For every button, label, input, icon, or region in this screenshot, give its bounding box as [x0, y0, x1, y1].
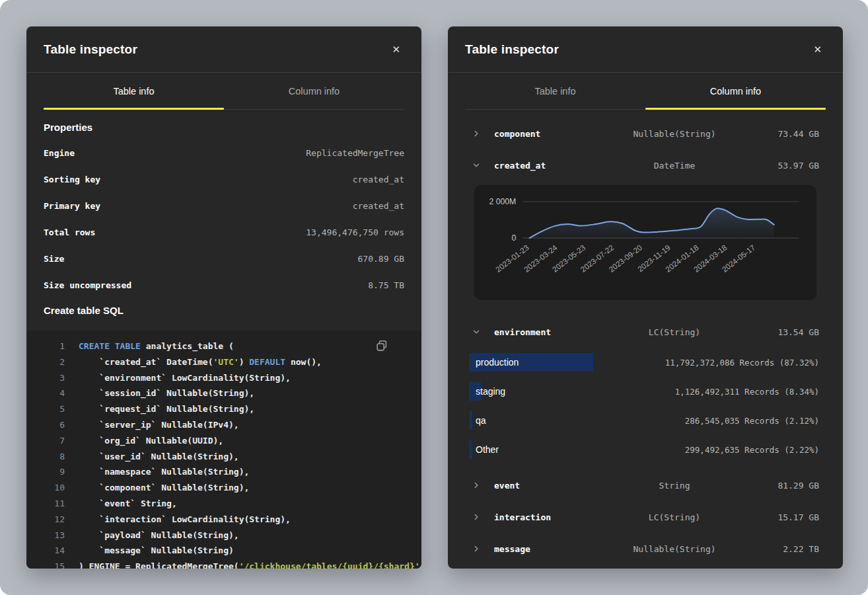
dist-value-label: qa: [469, 415, 486, 426]
column-type: Nullable(String): [598, 129, 750, 139]
column-size: 73.44 GB: [750, 129, 819, 139]
sql-line: 1CREATE TABLE analytics_table (: [26, 338, 421, 354]
dist-records: 11,792,372,086 Records (87.32%): [665, 358, 819, 368]
create-table-sql-heading: Create table SQL: [44, 305, 404, 316]
dist-records: 286,545,035 Records (2.12%): [685, 416, 819, 426]
sql-line-code: `component` Nullable(String),: [79, 480, 249, 496]
sql-line-code: CREATE TABLE analytics_table (: [79, 338, 234, 354]
chevron-right-icon[interactable]: [472, 129, 481, 138]
sql-token: `request_id` Nullable(String),: [79, 404, 254, 414]
column-type: LC(String): [598, 327, 750, 337]
sql-line: 4 `session_id` Nullable(String),: [26, 385, 421, 401]
property-row-sorting-key: Sorting key created_at: [44, 166, 404, 192]
sql-line: 15) ENGINE = ReplicatedMergeTree('/click…: [26, 559, 421, 569]
property-label: Engine: [44, 148, 75, 158]
sql-line-code: `namespace` Nullable(String),: [79, 464, 249, 480]
dist-row-production: production 11,792,372,086 Records (87.32…: [469, 348, 819, 377]
sql-token: now(),: [285, 357, 322, 367]
dist-records: 299,492,635 Records (2.22%): [685, 445, 819, 455]
sql-line-number: 5: [26, 401, 65, 417]
property-value: created_at: [353, 175, 404, 184]
table-inspector-dialog-table-info: Table inspector ✕ Table info Column info…: [26, 26, 421, 569]
sql-line-code: `created_at` DateTime('UTC') DEFAULT now…: [79, 354, 322, 370]
sql-line-number: 9: [26, 464, 65, 480]
sql-line-code: `request_id` Nullable(String),: [79, 401, 254, 417]
column-info-body: component Nullable(String) 73.44 GB crea…: [448, 110, 843, 569]
property-value: 13,496,476,750 rows: [306, 227, 404, 237]
column-row-interaction[interactable]: interaction LC(String) 15.17 GB: [472, 501, 819, 533]
close-button[interactable]: ✕: [389, 42, 403, 57]
column-name: environment: [494, 327, 598, 337]
sql-token: `session_id` Nullable(String),: [79, 388, 254, 398]
property-value: 670.89 GB: [358, 254, 404, 264]
chevron-down-icon[interactable]: [472, 327, 481, 337]
created-at-distribution-chart: 2 000M 0 2023-01-23 2023-03-24 2023-05-2…: [474, 185, 816, 300]
properties-heading: Properties: [44, 122, 404, 133]
sql-line-number: 7: [26, 433, 65, 449]
column-row-message[interactable]: message Nullable(String) 2.22 TB: [472, 533, 819, 565]
column-size: 15.17 GB: [750, 512, 819, 522]
close-button[interactable]: ✕: [811, 42, 824, 57]
sql-line-number: 2: [26, 354, 65, 370]
sql-line-number: 4: [26, 385, 65, 401]
sql-token: `namespace` Nullable(String),: [79, 467, 249, 477]
chevron-right-icon[interactable]: [472, 512, 481, 522]
chevron-right-icon[interactable]: [472, 544, 481, 553]
chevron-down-icon[interactable]: [472, 161, 481, 170]
copy-sql-button[interactable]: [374, 338, 390, 354]
table-inspector-dialog-column-info: Table inspector ✕ Table info Column info…: [448, 26, 843, 569]
tab-bar: Table info Column info: [465, 73, 826, 110]
column-name: component: [494, 129, 598, 139]
sql-line: 2 `created_at` DateTime('UTC') DEFAULT n…: [26, 354, 421, 370]
property-label: Size uncompressed: [44, 280, 131, 290]
sql-line-code: `event` String,: [79, 496, 177, 512]
column-row-event[interactable]: event String 81.29 GB: [472, 469, 819, 501]
column-row-environment[interactable]: environment LC(String) 13.54 GB: [472, 316, 819, 348]
column-name: event: [494, 481, 598, 491]
tab-column-info[interactable]: Column info: [645, 73, 826, 109]
sql-line-code: `interaction` LowCardinality(String),: [79, 512, 291, 528]
sql-line-code: `session_id` Nullable(String),: [79, 385, 254, 401]
tab-column-info[interactable]: Column info: [224, 73, 404, 109]
column-row-component[interactable]: component Nullable(String) 73.44 GB: [472, 118, 819, 149]
sql-token: ): [239, 357, 250, 367]
table-info-body: Properties Engine ReplicatedMergeTree So…: [26, 110, 421, 569]
chart-area-fill: [530, 208, 774, 238]
sql-line: 7 `org_id` Nullable(UUID),: [26, 433, 421, 449]
property-value: created_at: [353, 201, 404, 211]
copy-icon: [375, 338, 389, 353]
y-tick-2000m: 2 000M: [489, 197, 516, 206]
sql-line-number: 3: [26, 370, 65, 386]
column-type: String: [598, 481, 750, 491]
dist-value-label: production: [469, 357, 519, 368]
tab-table-info[interactable]: Table info: [465, 73, 645, 109]
tab-table-info[interactable]: Table info: [44, 73, 224, 109]
sql-token: `server_ip` Nullable(IPv4),: [79, 420, 239, 430]
sql-line-code: `server_ip` Nullable(IPv4),: [79, 417, 239, 433]
dialog-header: Table inspector ✕: [448, 26, 843, 73]
property-row-engine: Engine ReplicatedMergeTree: [44, 139, 404, 166]
property-row-size-uncompressed: Size uncompressed 8.75 TB: [44, 272, 404, 298]
property-label: Total rows: [44, 227, 95, 237]
dialog-title: Table inspector: [465, 42, 559, 57]
sql-line-number: 13: [26, 528, 65, 543]
sql-line: 5 `request_id` Nullable(String),: [26, 401, 421, 417]
sql-line-number: 10: [26, 480, 65, 496]
sql-token: `created_at` DateTime(: [79, 357, 213, 367]
sql-token: `user_id` Nullable(String),: [79, 452, 239, 461]
sql-line: 3 `environment` LowCardinality(String),: [26, 370, 421, 386]
property-label: Sorting key: [44, 175, 100, 184]
chevron-right-icon[interactable]: [472, 481, 481, 490]
dist-records: 1,126,492,311 Records (8.34%): [675, 387, 819, 397]
sql-line: 8 `user_id` Nullable(String),: [26, 449, 421, 465]
property-value: 8.75 TB: [368, 280, 404, 290]
property-label: Primary key: [44, 201, 100, 211]
sql-token: `org_id` Nullable(UUID),: [79, 436, 223, 446]
sql-line-code: ) ENGINE = ReplicatedMergeTree('/clickho…: [79, 559, 421, 569]
desktop-background: Table inspector ✕ Table info Column info…: [0, 0, 868, 595]
property-row-primary-key: Primary key created_at: [44, 192, 404, 219]
sql-line: 12 `interaction` LowCardinality(String),: [26, 512, 421, 528]
property-row-total-rows: Total rows 13,496,476,750 rows: [44, 219, 404, 245]
column-row-created-at[interactable]: created_at DateTime 53.97 GB: [472, 149, 819, 181]
sql-line-number: 14: [26, 543, 65, 559]
